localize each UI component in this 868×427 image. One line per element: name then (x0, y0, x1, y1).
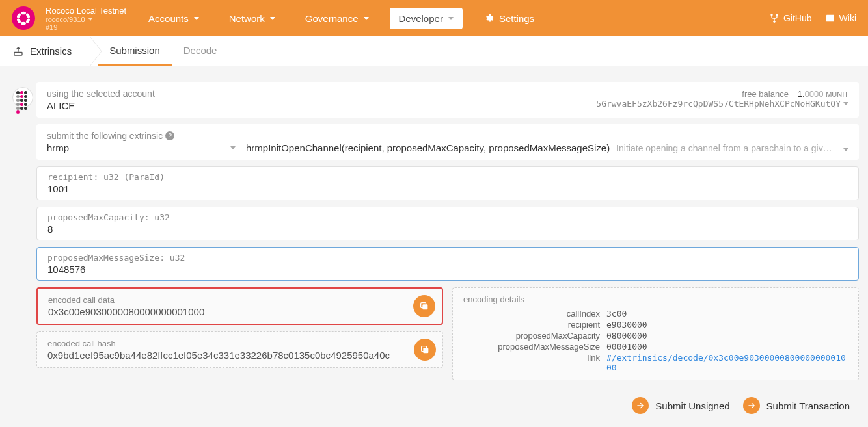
svg-rect-10 (14, 52, 22, 55)
svg-point-6 (770, 14, 772, 16)
method-select[interactable]: hrmpInitOpenChannel(recipient, proposedM… (236, 142, 848, 153)
call-hash-value: 0x9bd1eef95ac9ba44e82ffcc1ef05e34c331e33… (47, 350, 432, 361)
svg-rect-13 (423, 348, 428, 353)
fork-icon (769, 13, 780, 23)
account-hint: using the selected account (47, 88, 437, 99)
arrow-right-icon (636, 401, 645, 410)
tab-submission[interactable]: Submission (98, 36, 172, 66)
submit-unsigned-button[interactable]: Submit Unsigned (632, 397, 729, 414)
github-link[interactable]: GitHub (769, 13, 812, 23)
nav-governance[interactable]: Governance (296, 8, 378, 29)
chain-selector[interactable]: Rococo Local Testnet rococo/9310 #19 (46, 6, 126, 31)
svg-point-5 (25, 12, 31, 18)
copy-call-hash-button[interactable] (414, 339, 436, 361)
chain-block: #19 (46, 23, 57, 31)
chevron-down-icon (364, 17, 369, 20)
svg-point-4 (16, 18, 21, 23)
submit-transaction-button[interactable]: Submit Transaction (743, 397, 850, 414)
svg-point-1 (21, 22, 26, 25)
upload-icon (13, 46, 23, 57)
page-title-extrinsics: Extrinsics (13, 36, 85, 66)
call-data-value: 0x3c00e9030000080000000001000 (48, 306, 431, 317)
chevron-down-icon (270, 17, 275, 20)
svg-point-8 (773, 21, 775, 23)
recipient-input[interactable] (47, 183, 848, 194)
account-address: 5GrwvaEF5zXb26Fz9rcQpDWS57CtERHpNehXCPcN… (596, 99, 841, 109)
nav-settings[interactable]: Settings (474, 8, 543, 29)
encoded-call-hash: encoded call hash 0x9bd1eef95ac9ba44e82f… (36, 331, 443, 368)
arrow-right-icon (747, 401, 756, 410)
module-select[interactable]: hrmp (47, 142, 236, 153)
tab-decode[interactable]: Decode (172, 36, 229, 66)
nav-network[interactable]: Network (220, 8, 284, 29)
balance-label: free balance (742, 89, 789, 99)
decode-link[interactable]: #/extrinsics/decode/0x3c00e9030000080000… (606, 353, 848, 372)
book-icon (825, 13, 835, 23)
extrinsic-selector: submit the following extrinsic ? hrmp hr… (36, 124, 859, 160)
nav-accounts[interactable]: Accounts (139, 8, 208, 29)
encoded-call-data: encoded call data 0x3c00e903000008000000… (36, 287, 443, 325)
chevron-down-icon (88, 18, 93, 21)
account-selector[interactable]: using the selected account ALICE free ba… (36, 82, 859, 118)
polkadot-logo[interactable] (12, 6, 35, 30)
wiki-link[interactable]: Wiki (825, 13, 856, 23)
content: using the selected account ALICE free ba… (0, 66, 868, 427)
capacity-input[interactable] (47, 224, 848, 235)
detail-row: link#/extrinsics/decode/0x3c00e903000008… (463, 352, 848, 373)
svg-rect-9 (826, 15, 834, 22)
top-nav: Rococo Local Testnet rococo/9310 #19 Acc… (0, 0, 868, 36)
extrinsic-label: submit the following extrinsic (47, 131, 163, 141)
chain-name: Rococo Local Testnet (46, 6, 126, 16)
copy-call-data-button[interactable] (413, 295, 435, 317)
encoding-details: encoding details callIndex3c00recipiente… (452, 287, 859, 380)
detail-row: proposedMaxCapacity08000000 (463, 330, 848, 341)
sub-nav: Extrinsics Submission Decode (0, 36, 868, 66)
detail-row: proposedMaxMessageSize00001000 (463, 341, 848, 352)
copy-icon (419, 301, 429, 311)
message-size-input[interactable] (47, 264, 848, 275)
account-name: ALICE (47, 100, 437, 111)
chevron-down-icon (843, 148, 848, 151)
svg-rect-11 (422, 304, 427, 309)
svg-point-0 (21, 12, 26, 15)
svg-point-2 (16, 12, 21, 18)
nav-developer[interactable]: Developer (390, 8, 463, 29)
chevron-down-icon (843, 102, 848, 105)
chevron-down-icon (194, 17, 199, 20)
help-icon[interactable]: ? (165, 131, 174, 140)
tab-chevron-icon (90, 36, 105, 66)
chevron-down-icon (448, 17, 454, 20)
account-identicon[interactable] (12, 87, 33, 108)
chevron-down-icon (230, 146, 236, 149)
chain-spec: rococo/9310 (46, 16, 85, 23)
param-capacity[interactable]: proposedMaxCapacity: u32 (36, 207, 859, 240)
gear-icon (483, 13, 494, 23)
svg-point-7 (776, 14, 778, 16)
param-recipient[interactable]: recipient: u32 (ParaId) (36, 166, 859, 200)
detail-row: recipiente9030000 (463, 319, 848, 330)
detail-row: callIndex3c00 (463, 308, 848, 319)
svg-point-3 (25, 18, 31, 23)
param-message-size[interactable]: proposedMaxMessageSize: u32 (36, 247, 859, 281)
copy-icon (420, 344, 430, 355)
